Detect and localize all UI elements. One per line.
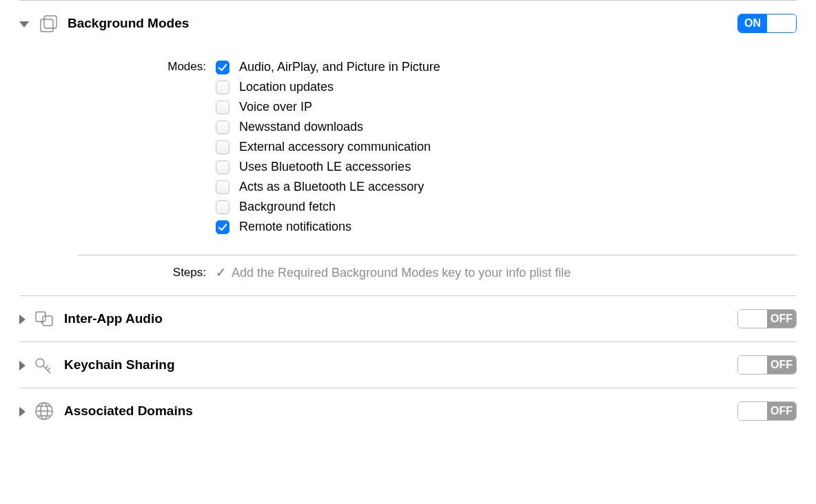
steps-text: ✓ Add the Required Background Modes key … <box>216 265 797 280</box>
capability-toggle-inter-app-audio[interactable]: OFF <box>737 309 797 328</box>
switch-off-label: OFF <box>767 310 796 328</box>
svg-rect-0 <box>41 19 53 32</box>
switch-knob <box>738 356 767 374</box>
capability-toggle-associated-domains[interactable]: OFF <box>737 401 797 421</box>
checkmark-icon: ✓ <box>216 265 226 280</box>
mode-checkbox[interactable] <box>216 120 229 134</box>
mode-label-text: Uses Bluetooth LE accessories <box>239 160 411 174</box>
mode-item: External accessory communication <box>216 140 797 154</box>
capability-title: Inter-App Audio <box>64 311 163 326</box>
mode-label-text: Remote notifications <box>239 220 351 234</box>
background-modes-icon <box>36 12 59 35</box>
mode-label-text: Newsstand downloads <box>239 120 363 134</box>
capability-row-background-modes: Background Modes ON <box>0 1 816 46</box>
capability-row-keychain-sharing: Keychain Sharing OFF <box>0 342 816 388</box>
mode-checkbox[interactable] <box>216 81 229 94</box>
disclosure-triangle-icon[interactable] <box>19 407 26 417</box>
mode-item: Newsstand downloads <box>216 120 797 134</box>
modes-list: Audio, AirPlay, and Picture in PictureLo… <box>216 60 797 234</box>
mode-item: Acts as a Bluetooth LE accessory <box>216 180 797 194</box>
mode-item: Uses Bluetooth LE accessories <box>216 160 797 174</box>
steps-description: Add the Required Background Modes key to… <box>232 266 571 280</box>
switch-on-label: ON <box>738 14 767 32</box>
section-divider <box>77 255 797 255</box>
keychain-sharing-icon <box>32 353 56 377</box>
steps-label: Steps: <box>19 266 216 280</box>
mode-item: Location updates <box>216 80 797 94</box>
mode-checkbox[interactable] <box>216 200 229 214</box>
switch-knob <box>738 402 767 420</box>
capability-row-associated-domains: Associated Domains OFF <box>0 388 816 434</box>
capability-title: Keychain Sharing <box>64 357 175 372</box>
mode-label-text: Voice over IP <box>239 100 312 114</box>
capability-title: Background Modes <box>68 16 189 31</box>
disclosure-triangle-icon[interactable] <box>19 315 26 324</box>
mode-label-text: Background fetch <box>239 200 336 214</box>
mode-item: Background fetch <box>216 200 797 214</box>
mode-label-text: Acts as a Bluetooth LE accessory <box>239 180 424 194</box>
mode-item: Remote notifications <box>216 220 797 234</box>
disclosure-triangle-icon[interactable] <box>19 361 26 370</box>
svg-rect-1 <box>44 16 57 28</box>
switch-off-label: OFF <box>767 356 796 374</box>
capability-title: Associated Domains <box>64 403 193 419</box>
svg-rect-2 <box>36 312 45 322</box>
mode-label-text: External accessory communication <box>239 140 431 154</box>
switch-knob <box>767 14 796 32</box>
mode-item: Audio, AirPlay, and Picture in Picture <box>216 60 797 74</box>
mode-checkbox[interactable] <box>216 61 229 74</box>
mode-checkbox[interactable] <box>216 140 229 154</box>
modes-label: Modes: <box>19 60 216 74</box>
background-modes-body: Modes: Audio, AirPlay, and Picture in Pi… <box>0 60 816 295</box>
capability-row-inter-app-audio: Inter-App Audio OFF <box>0 296 816 342</box>
mode-checkbox[interactable] <box>216 180 229 194</box>
associated-domains-icon <box>32 399 56 423</box>
mode-checkbox[interactable] <box>216 220 229 234</box>
mode-label-text: Location updates <box>239 80 334 94</box>
switch-off-label: OFF <box>767 402 796 420</box>
capability-toggle-background-modes[interactable]: ON <box>737 14 797 33</box>
disclosure-triangle-icon[interactable] <box>19 21 29 28</box>
switch-knob <box>738 310 767 328</box>
mode-checkbox[interactable] <box>216 160 229 174</box>
svg-rect-3 <box>43 316 52 326</box>
mode-item: Voice over IP <box>216 100 797 114</box>
mode-checkbox[interactable] <box>216 101 229 114</box>
capability-toggle-keychain-sharing[interactable]: OFF <box>737 355 797 375</box>
mode-label-text: Audio, AirPlay, and Picture in Picture <box>239 60 440 74</box>
inter-app-audio-icon <box>32 307 56 330</box>
